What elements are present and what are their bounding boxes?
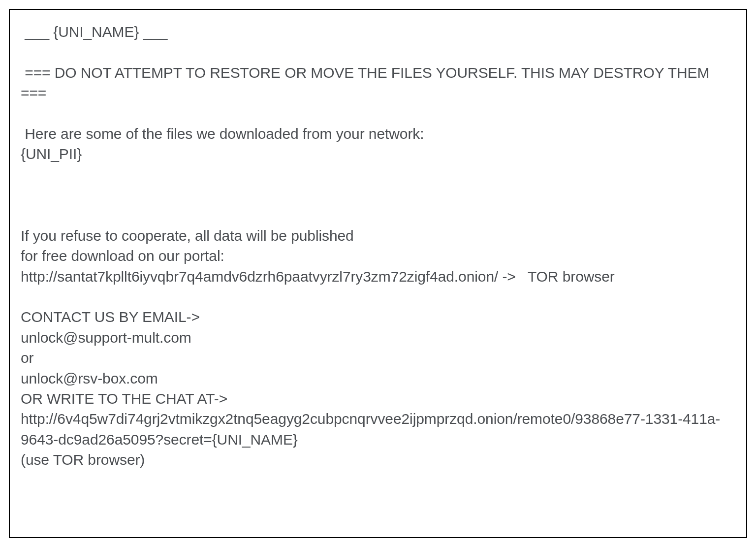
note-files-intro: Here are some of the files we downloaded… [21, 126, 424, 142]
note-or: or [21, 350, 33, 366]
note-warning: === DO NOT ATTEMPT TO RESTORE OR MOVE TH… [21, 64, 714, 101]
note-tor-hint: (use TOR browser) [21, 451, 145, 468]
note-chat-url: http://6v4q5w7di74grj2vtmikzgx2tnq5eagyg… [21, 411, 720, 447]
ransom-note-box: ___ {UNI_NAME} ___ === DO NOT ATTEMPT TO… [9, 9, 747, 538]
note-refuse-line2: for free download on our portal: [21, 248, 224, 264]
note-pii-placeholder: {UNI_PII} [21, 146, 82, 162]
note-portal-url: http://santat7kpllt6iyvqbr7q4amdv6dzrh6p… [21, 268, 615, 285]
note-email-1: unlock@support-mult.com [21, 329, 191, 346]
note-chat-header: OR WRITE TO THE CHAT AT-> [21, 390, 227, 407]
note-email-2: unlock@rsv-box.com [21, 370, 158, 386]
note-header: ___ {UNI_NAME} ___ [21, 24, 167, 40]
note-refuse-line1: If you refuse to cooperate, all data wil… [21, 227, 354, 244]
note-contact-header: CONTACT US BY EMAIL-> [21, 309, 200, 325]
